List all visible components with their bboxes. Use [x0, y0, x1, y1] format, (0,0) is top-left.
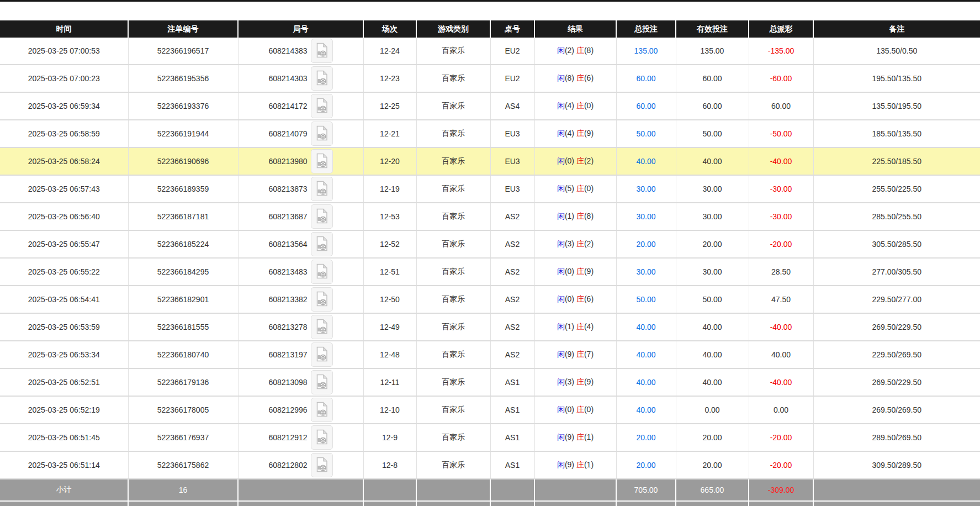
table-row[interactable]: 2025-03-25 06:58:24 522366190696 6082139… [0, 147, 980, 175]
video-replay-button[interactable] [311, 177, 333, 201]
table-row[interactable]: 2025-03-25 06:52:51 522366179136 6082130… [0, 368, 980, 396]
cell-payout: -20.00 [749, 230, 813, 258]
cell-game-category: 百家乐 [416, 313, 490, 341]
video-replay-button[interactable] [311, 204, 333, 229]
video-replay-button[interactable] [311, 315, 333, 339]
column-header: 桌号 [490, 20, 534, 38]
cell-game-category: 百家乐 [416, 92, 490, 120]
video-replay-button[interactable] [311, 232, 333, 256]
cell-result: 闲(0) 庄(2) [534, 147, 616, 175]
cell-result: 闲(9) 庄(7) [534, 341, 616, 368]
video-replay-button[interactable] [311, 122, 333, 146]
total-bet-link[interactable]: 50.00 [636, 129, 655, 138]
video-replay-button[interactable] [311, 425, 333, 450]
table-row[interactable]: 2025-03-25 07:00:53 522366196517 6082143… [0, 38, 980, 65]
game-category: 百家乐 [442, 322, 465, 331]
payout-value: -30.00 [770, 185, 792, 193]
column-header-label: 场次 [382, 24, 398, 33]
result-banker-label: 庄 [576, 460, 584, 469]
table-row[interactable]: 2025-03-25 06:57:43 522366189359 6082138… [0, 175, 980, 203]
cell-result: 闲(2) 庄(8) [534, 38, 616, 65]
result-banker-score: (6) [584, 73, 594, 82]
video-replay-button[interactable] [311, 39, 333, 63]
result-player-label: 闲 [557, 129, 565, 138]
total-bet-link[interactable]: 60.00 [636, 102, 655, 110]
video-replay-button[interactable] [311, 342, 333, 367]
table-row[interactable]: 2025-03-25 06:58:59 522366191944 6082140… [0, 120, 980, 147]
total-bet-link[interactable]: 40.00 [636, 350, 655, 359]
table-row[interactable]: 2025-03-25 06:52:19 522366178005 6082129… [0, 396, 980, 424]
total-bet-link[interactable]: 40.00 [636, 378, 655, 387]
summary-count-cell: 16 [128, 479, 238, 501]
bet-id: 522366196517 [157, 46, 209, 55]
result-player-score: (9) [565, 460, 574, 469]
result-player-score: (2) [565, 46, 574, 55]
total-bet-link[interactable]: 60.00 [636, 74, 655, 83]
cell-game-category: 百家乐 [416, 147, 490, 175]
total-bet-link[interactable]: 20.00 [636, 433, 655, 442]
game-category: 百家乐 [442, 46, 465, 55]
cell-payout: 60.00 [749, 92, 813, 120]
cell-table-number: EU3 [490, 147, 534, 175]
bet-id: 522366189359 [157, 185, 209, 193]
table-row[interactable]: 2025-03-25 07:00:23 522366195356 6082143… [0, 65, 980, 92]
table-row[interactable]: 2025-03-25 06:51:14 522366175862 6082128… [0, 451, 980, 479]
video-replay-button[interactable] [311, 453, 333, 477]
cell-total-bet: 40.00 [616, 396, 676, 424]
game-category: 百家乐 [442, 101, 465, 110]
video-replay-button[interactable] [311, 370, 333, 394]
total-bet-link[interactable]: 40.00 [636, 157, 655, 166]
total-bet-link[interactable]: 20.00 [636, 461, 655, 470]
remark-value: 289.50/269.50 [872, 433, 921, 442]
total-bet-link[interactable]: 135.00 [634, 46, 658, 55]
game-category: 百家乐 [442, 239, 465, 248]
cell-time: 2025-03-25 07:00:53 [0, 38, 128, 65]
cell-valid-bet: 30.00 [676, 258, 749, 286]
cell-remark: 277.00/305.50 [813, 258, 980, 286]
total-bet-link[interactable]: 40.00 [636, 323, 655, 331]
cell-table-number: AS2 [490, 230, 534, 258]
table-row[interactable]: 2025-03-25 06:51:45 522366176937 6082129… [0, 424, 980, 451]
result-player-score: (9) [565, 433, 574, 441]
summary-valid-bet: 665.00 [701, 486, 724, 494]
game-id: 608213980 [268, 157, 307, 166]
table-row[interactable]: 2025-03-25 06:53:59 522366181555 6082132… [0, 313, 980, 341]
video-replay-button[interactable] [311, 287, 333, 312]
video-replay-button[interactable] [311, 260, 333, 284]
table-row[interactable]: 2025-03-25 06:59:34 522366193376 6082141… [0, 92, 980, 120]
game-category: 百家乐 [442, 156, 465, 165]
total-bet-link[interactable]: 30.00 [636, 185, 655, 193]
bet-time: 2025-03-25 06:52:51 [28, 378, 100, 387]
total-bet-link[interactable]: 30.00 [636, 212, 655, 221]
cell-remark: 229.50/277.00 [813, 286, 980, 313]
total-bet-link[interactable]: 50.00 [636, 295, 655, 304]
summary-valid-bet-cell: 665.00 [676, 501, 749, 506]
column-header: 总投注 [616, 20, 676, 38]
total-bet-link[interactable]: 20.00 [636, 240, 655, 249]
table-row[interactable]: 2025-03-25 06:55:22 522366184295 6082134… [0, 258, 980, 286]
cell-session: 12-23 [363, 65, 416, 92]
game-id: 608212802 [268, 461, 307, 470]
cell-game-category: 百家乐 [416, 175, 490, 203]
table-row[interactable]: 2025-03-25 06:56:40 522366187181 6082136… [0, 203, 980, 230]
table-row[interactable]: 2025-03-25 06:54:41 522366182901 6082133… [0, 286, 980, 313]
remark-value: 269.50/269.50 [872, 405, 921, 414]
table-number: AS4 [505, 102, 520, 110]
video-replay-button[interactable] [311, 398, 333, 422]
total-bet-link[interactable]: 40.00 [636, 405, 655, 414]
summary-row: 小计 16 705.00 665.00 -309.00 [0, 479, 980, 501]
video-replay-button[interactable] [311, 66, 333, 91]
result-player-label: 闲 [557, 156, 565, 165]
video-replay-button[interactable] [311, 94, 333, 118]
session-number: 12-25 [380, 102, 400, 110]
table-row[interactable]: 2025-03-25 06:55:47 522366185224 6082135… [0, 230, 980, 258]
result-banker-score: (2) [584, 239, 594, 248]
video-replay-button[interactable] [311, 149, 333, 173]
result-banker-label: 庄 [576, 239, 584, 248]
cell-time: 2025-03-25 06:53:34 [0, 341, 128, 368]
payout-value: -60.00 [770, 74, 792, 83]
cell-payout: -40.00 [749, 368, 813, 396]
cell-total-bet: 30.00 [616, 203, 676, 230]
total-bet-link[interactable]: 30.00 [636, 267, 655, 276]
table-row[interactable]: 2025-03-25 06:53:34 522366180740 6082131… [0, 341, 980, 368]
